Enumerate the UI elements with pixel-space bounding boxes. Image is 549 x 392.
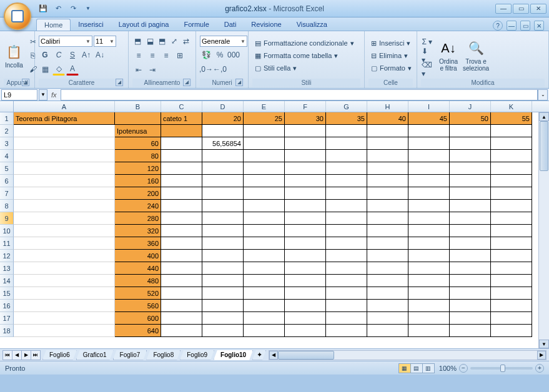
view-pagebreak-icon[interactable]: ▥	[422, 363, 435, 373]
align-bottom-icon[interactable]: ⬒	[157, 35, 167, 47]
cell[interactable]: 360	[115, 237, 161, 250]
tab-layout-di-pagina[interactable]: Layout di pagina	[111, 19, 177, 31]
cell[interactable]	[491, 300, 532, 312]
cell[interactable]	[408, 125, 450, 137]
cell[interactable]	[450, 187, 491, 200]
cell[interactable]	[450, 225, 491, 237]
row-header-10[interactable]: 10	[0, 225, 14, 237]
cell[interactable]	[14, 187, 115, 200]
cell[interactable]	[161, 225, 202, 237]
cell[interactable]	[408, 287, 450, 300]
cell[interactable]	[491, 225, 532, 237]
format-cells-button[interactable]: ▢Formato ▾	[368, 62, 413, 74]
comma-icon[interactable]: 000	[227, 49, 240, 61]
cell[interactable]: 320	[115, 225, 161, 237]
sheet-tab-foglio6[interactable]: Foglio6	[42, 350, 77, 360]
cell[interactable]	[202, 162, 244, 175]
row-header-9[interactable]: 9	[0, 212, 14, 225]
cell[interactable]	[244, 137, 285, 150]
sheet-tab-foglio9[interactable]: Foglio9	[180, 350, 214, 360]
cell[interactable]	[202, 300, 244, 312]
cell[interactable]	[285, 250, 326, 262]
cell[interactable]	[14, 262, 115, 275]
cell[interactable]	[408, 237, 450, 250]
cell[interactable]	[450, 162, 491, 175]
cell[interactable]	[244, 275, 285, 287]
italic-button[interactable]: C	[52, 49, 65, 61]
cell[interactable]	[202, 200, 244, 212]
clear-icon[interactable]: ⌫ ▾	[421, 63, 433, 76]
cell[interactable]	[14, 162, 115, 175]
cell[interactable]	[408, 275, 450, 287]
cell[interactable]	[450, 125, 491, 137]
align-launcher[interactable]: ◢	[183, 79, 190, 86]
cell[interactable]	[450, 175, 491, 187]
cell[interactable]	[491, 137, 532, 150]
cell[interactable]	[285, 325, 326, 337]
cell[interactable]	[14, 237, 115, 250]
font-name-combo[interactable]: Calibri▼	[39, 36, 92, 47]
cell[interactable]	[367, 162, 408, 175]
cell[interactable]	[244, 325, 285, 337]
cell[interactable]	[408, 137, 450, 150]
cell[interactable]	[367, 312, 408, 325]
sheet-prev-icon[interactable]: ◀	[12, 350, 22, 360]
cell[interactable]	[367, 262, 408, 275]
sheet-next-icon[interactable]: ▶	[21, 350, 31, 360]
font-launcher[interactable]: ◢	[116, 79, 123, 86]
decrease-decimal-icon[interactable]: ←,0	[214, 63, 226, 76]
cell[interactable]: 440	[115, 262, 161, 275]
cell[interactable]	[367, 275, 408, 287]
orientation-icon[interactable]: ⤢	[169, 35, 179, 47]
new-sheet-button[interactable]: ✦	[252, 350, 266, 360]
cell[interactable]: 20	[202, 112, 244, 125]
cell[interactable]	[450, 250, 491, 262]
cell[interactable]	[367, 287, 408, 300]
row-header-14[interactable]: 14	[0, 275, 14, 287]
sheet-tab-foglio7[interactable]: Foglio7	[113, 350, 147, 360]
tab-visualizza[interactable]: Visualizza	[289, 19, 335, 31]
cell[interactable]: 560	[115, 300, 161, 312]
col-header-K[interactable]: K	[491, 101, 532, 112]
cell[interactable]	[161, 275, 202, 287]
minimize-button[interactable]: —	[495, 4, 512, 14]
cell[interactable]	[244, 162, 285, 175]
cell[interactable]: 60	[115, 137, 161, 150]
cell[interactable]	[14, 312, 115, 325]
formula-expand-icon[interactable]: ⌄	[538, 89, 548, 100]
cell[interactable]	[450, 325, 491, 337]
help-icon[interactable]: ?	[493, 21, 503, 31]
scroll-down-icon[interactable]: ▼	[539, 340, 549, 348]
col-header-C[interactable]: C	[161, 101, 202, 112]
cell[interactable]	[450, 200, 491, 212]
cell[interactable]: Teorema di Pitagora	[14, 112, 115, 125]
tab-inserisci[interactable]: Inserisci	[71, 19, 111, 31]
office-button[interactable]	[4, 2, 31, 30]
align-center-icon[interactable]: ≡	[146, 49, 159, 62]
cell[interactable]	[326, 187, 367, 200]
cell[interactable]	[408, 312, 450, 325]
cell[interactable]	[408, 162, 450, 175]
cell[interactable]	[244, 212, 285, 225]
conditional-formatting-button[interactable]: ▤Formattazione condizionale ▾	[252, 37, 360, 49]
cell[interactable]	[326, 162, 367, 175]
cell[interactable]	[285, 262, 326, 275]
font-size-combo[interactable]: 11▼	[94, 36, 116, 47]
cell[interactable]	[367, 237, 408, 250]
row-header-5[interactable]: 5	[0, 162, 14, 175]
cell[interactable]	[244, 262, 285, 275]
scroll-up-icon[interactable]: ▲	[539, 112, 549, 121]
increase-decimal-icon[interactable]: ,0→	[200, 63, 212, 76]
cell[interactable]	[202, 325, 244, 337]
cell[interactable]	[161, 150, 202, 162]
cell[interactable]: 35	[326, 112, 367, 125]
view-normal-icon[interactable]: ▦	[398, 363, 411, 373]
cell[interactable]	[491, 250, 532, 262]
cell[interactable]	[367, 137, 408, 150]
fx-icon[interactable]: fx	[51, 91, 57, 99]
align-right-icon[interactable]: ≡	[160, 49, 172, 62]
col-header-E[interactable]: E	[244, 101, 285, 112]
align-top-icon[interactable]: ⬒	[132, 35, 143, 47]
cell[interactable]	[202, 312, 244, 325]
cell[interactable]: 480	[115, 275, 161, 287]
